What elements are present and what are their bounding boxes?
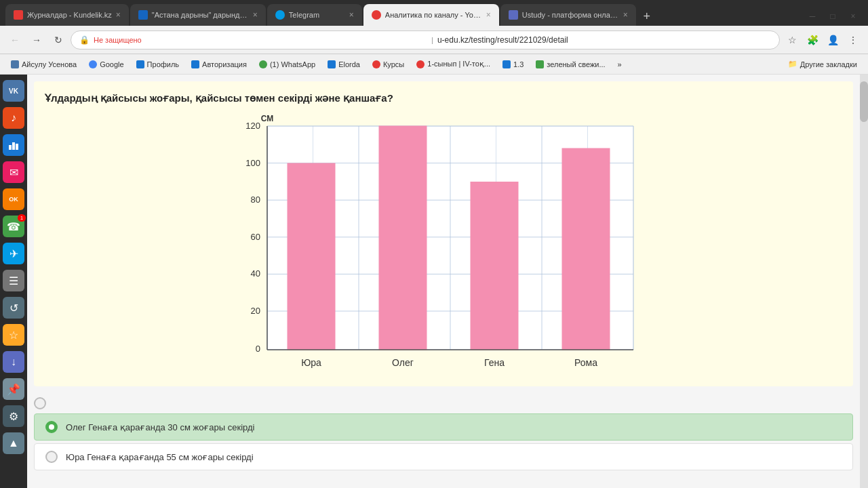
- bookmark-label-others: Другие закладки: [800, 60, 857, 68]
- svg-rect-1: [12, 142, 15, 150]
- sidebar-stats-icon[interactable]: [3, 134, 24, 156]
- back-button[interactable]: ←: [5, 30, 24, 49]
- sidebar-list-icon[interactable]: ☰: [3, 270, 24, 291]
- tab-label-analytics: Аналитика по каналу - YouT...: [385, 11, 482, 19]
- sidebar-vk-icon[interactable]: VK: [3, 80, 24, 102]
- sidebar-telegram-icon[interactable]: ✈: [3, 243, 24, 264]
- extensions-button[interactable]: 🧩: [803, 30, 822, 49]
- reload-button[interactable]: ↻: [49, 30, 68, 49]
- bookmark-aisulu[interactable]: Айсулу Усенова: [5, 56, 82, 73]
- bookmark-favicon-google: [89, 60, 97, 68]
- svg-rect-0: [9, 145, 12, 150]
- address-text: u-edu.kz/testing/result/221029/detail: [437, 35, 771, 45]
- stats-chart-icon: [8, 140, 19, 150]
- bookmark-label-class1: 1-сынып | IV-тоқ...: [427, 60, 490, 68]
- tab-favicon-ustudy: [509, 10, 518, 20]
- svg-text:Олег: Олег: [392, 357, 414, 368]
- bookmark-label-whatsapp: (1) WhatsApp: [270, 60, 315, 68]
- tab-label-journals: Журналдар - Kundelik.kz: [27, 11, 112, 19]
- address-prefix: Не защищено: [94, 36, 427, 44]
- tab-analytics[interactable]: Аналитика по каналу - YouT... ×: [363, 4, 499, 26]
- new-tab-button[interactable]: +: [637, 7, 656, 26]
- tab-close-telegram[interactable]: ×: [349, 10, 354, 20]
- question-area: Ұлдардың қайсысы жоғары, қайсысы төмен с…: [34, 81, 853, 386]
- bookmark-profile[interactable]: Профиль: [131, 56, 185, 73]
- tab-close-journals[interactable]: ×: [116, 10, 121, 20]
- bookmark-more[interactable]: »: [612, 56, 627, 73]
- bookmark-favicon-aisulu: [11, 60, 19, 68]
- bookmark-13[interactable]: 1.3: [497, 56, 529, 73]
- bookmark-others[interactable]: 📁 Другие закладки: [783, 56, 863, 73]
- bookmarks-bar: Айсулу Усенова Google Профиль Авторизаци…: [0, 54, 868, 75]
- maximize-button[interactable]: □: [823, 7, 842, 26]
- unselected-radio-empty[interactable]: [34, 397, 46, 409]
- lock-icon: 🔒: [79, 35, 90, 45]
- browser-chrome: Журналдар - Kundelik.kz × "Астана дарыны…: [0, 0, 868, 75]
- sidebar-history-icon[interactable]: ↺: [3, 297, 24, 319]
- empty-option-area: [27, 393, 860, 413]
- tab-favicon-astana: [138, 10, 148, 20]
- menu-button[interactable]: ⋮: [844, 30, 863, 49]
- radio-unselected-2[interactable]: [45, 451, 58, 463]
- bookmark-favicon-profile: [136, 60, 144, 68]
- bookmark-green[interactable]: зеленый свежи...: [530, 56, 610, 73]
- bar-yura: [288, 163, 335, 350]
- sidebar-star-icon[interactable]: ☆: [3, 324, 24, 346]
- bookmark-label-google: Google: [100, 60, 123, 68]
- bookmark-favicon-elorda: [328, 60, 336, 68]
- svg-text:120: 120: [245, 121, 260, 131]
- toolbar-actions: ☆ 🧩 👤 ⋮: [783, 30, 863, 49]
- question-text: Ұлдардың қайсысы жоғары, қайсысы төмен с…: [45, 92, 842, 104]
- bookmark-button[interactable]: ☆: [783, 30, 802, 49]
- tab-astana[interactable]: "Астана дарыны" дарынды... ×: [130, 4, 266, 26]
- sidebar-settings-icon[interactable]: ⚙: [3, 405, 24, 427]
- tab-close-astana[interactable]: ×: [253, 10, 258, 20]
- bar-gena: [471, 182, 518, 350]
- bookmark-auth[interactable]: Авторизация: [186, 56, 252, 73]
- radio-selected-1[interactable]: [45, 421, 58, 433]
- sidebar-pin-icon[interactable]: 📌: [3, 378, 24, 400]
- tab-telegram[interactable]: Telegram ×: [267, 4, 362, 26]
- bookmark-favicon-13: [502, 60, 511, 68]
- tab-journals[interactable]: Журналдар - Kundelik.kz ×: [5, 4, 129, 26]
- answer-option-2[interactable]: Юра Генаға қарағанда 55 см жоғары секірд…: [34, 443, 853, 470]
- close-window-button[interactable]: ×: [844, 7, 863, 26]
- tab-ustudy[interactable]: Ustudy - платформа онлайн... ×: [500, 4, 636, 26]
- bookmark-whatsapp[interactable]: (1) WhatsApp: [254, 56, 321, 73]
- tab-favicon-telegram: [275, 10, 285, 20]
- left-sidebar: VK ♪ ✉ OK ☎ 1 ✈ ☰ ↺ ☆ ↓ 📌 ⚙ ▲: [0, 75, 27, 488]
- bar-roma: [562, 148, 610, 350]
- right-scrollbar[interactable]: [860, 75, 868, 488]
- tab-close-analytics[interactable]: ×: [486, 10, 491, 20]
- bookmark-favicon-whatsapp: [259, 60, 267, 68]
- svg-rect-2: [16, 144, 18, 150]
- tab-favicon-journals: [14, 10, 23, 20]
- svg-text:Рома: Рома: [574, 357, 597, 368]
- answer-option-1[interactable]: Олег Генаға қарағанда 30 см жоғары секір…: [34, 413, 853, 441]
- sidebar-download-icon[interactable]: ↓: [3, 351, 24, 373]
- sidebar-arrow-icon[interactable]: ▲: [3, 432, 24, 454]
- sidebar-ok-icon[interactable]: OK: [3, 188, 24, 210]
- page-content: Ұлдардың қайсысы жоғары, қайсысы төмен с…: [27, 75, 860, 488]
- bookmark-class1[interactable]: 1-сынып | IV-тоқ...: [411, 56, 496, 73]
- bookmark-kursy[interactable]: Курсы: [367, 56, 410, 73]
- tab-close-ustudy[interactable]: ×: [623, 10, 628, 20]
- address-bar[interactable]: 🔒 Не защищено | u-edu.kz/testing/result/…: [71, 30, 780, 49]
- bookmark-label-auth: Авторизация: [202, 60, 247, 68]
- minimize-button[interactable]: ─: [803, 7, 822, 26]
- sidebar-music-icon[interactable]: ♪: [3, 107, 24, 129]
- scrollbar-thumb[interactable]: [860, 81, 868, 122]
- toolbar: ← → ↻ 🔒 Не защищено | u-edu.kz/testing/r…: [0, 26, 868, 54]
- sidebar-mail-icon[interactable]: ✉: [3, 161, 24, 183]
- address-separator: |: [431, 36, 433, 44]
- tab-bar: Журналдар - Kundelik.kz × "Астана дарыны…: [0, 0, 868, 26]
- sidebar-phone-icon[interactable]: ☎ 1: [3, 216, 24, 237]
- bookmark-favicon-auth: [191, 60, 199, 68]
- forward-button[interactable]: →: [27, 30, 46, 49]
- bookmark-label-green: зеленый свежи...: [547, 60, 605, 68]
- bookmark-elorda[interactable]: Elorda: [322, 56, 366, 73]
- bookmark-google[interactable]: Google: [83, 56, 129, 73]
- bookmark-label-kursy: Курсы: [383, 60, 404, 68]
- profile-button[interactable]: 👤: [823, 30, 842, 49]
- tab-label-ustudy: Ustudy - платформа онлайн...: [522, 11, 619, 19]
